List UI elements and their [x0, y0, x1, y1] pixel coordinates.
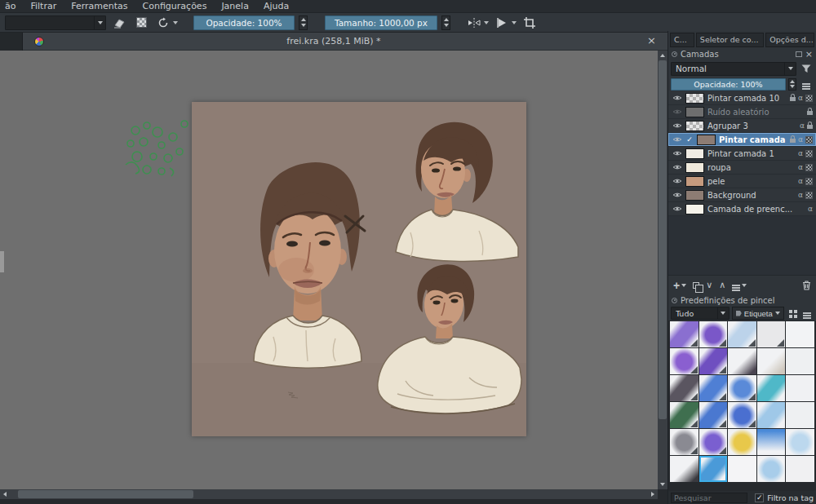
layer-visibility-icon[interactable] [672, 206, 682, 212]
alpha-icon[interactable]: α [798, 178, 803, 185]
delete-layer-button[interactable] [802, 277, 811, 294]
brush-preset[interactable] [699, 375, 728, 401]
move-layer-down-button[interactable]: ∨ [706, 277, 712, 294]
brush-preset[interactable] [670, 402, 698, 428]
docker-edge-handle[interactable] [0, 251, 4, 272]
alpha-icon[interactable]: α [798, 136, 803, 144]
opacity-slider[interactable]: Opacidade: 100% [193, 15, 295, 30]
grid-view-icon[interactable] [787, 307, 799, 321]
brush-preset[interactable] [670, 321, 698, 347]
vertical-scroll-thumb[interactable] [659, 60, 667, 419]
docker-tab-color-selector[interactable]: Seletor de co... [696, 33, 764, 47]
alpha-icon[interactable]: α [798, 150, 803, 157]
eraser-mode-button[interactable] [110, 15, 128, 31]
wrap-around-button[interactable] [493, 15, 511, 31]
lock-icon[interactable] [790, 139, 796, 143]
layer-row[interactable]: Pintar camada 1 α [668, 147, 816, 161]
add-layer-button[interactable]: + [673, 277, 686, 294]
brush-preset[interactable] [699, 402, 728, 428]
alpha-icon[interactable]: α [808, 206, 813, 213]
brush-preset[interactable] [670, 375, 698, 401]
docker-tab-c[interactable]: C... [670, 33, 694, 47]
opacity-spinner[interactable] [299, 15, 308, 30]
menu-ajuda[interactable]: Ajuda [264, 1, 289, 11]
brush-search-input[interactable] [671, 493, 747, 503]
layer-properties-button[interactable] [732, 277, 747, 294]
lock-icon[interactable] [790, 97, 796, 101]
document-tab[interactable]: frei.kra (258,1 MiB) * × [0, 33, 667, 51]
blend-mode-dropdown[interactable]: Normal [671, 62, 796, 76]
brush-filter-dropdown[interactable]: Tudo [671, 307, 730, 320]
layer-visibility-icon[interactable] [672, 150, 682, 157]
brush-preset[interactable] [699, 321, 728, 347]
size-spinner[interactable] [441, 15, 450, 30]
layer-row[interactable]: pele α [668, 175, 816, 188]
inherit-icon[interactable] [805, 95, 813, 102]
horizontal-scroll-thumb[interactable] [18, 490, 193, 498]
menu-filtrar[interactable]: Filtrar [30, 1, 56, 11]
brush-preset[interactable] [786, 348, 814, 374]
lock-icon[interactable] [807, 111, 813, 115]
brush-preset[interactable] [670, 429, 698, 455]
layer-visibility-icon[interactable] [672, 164, 682, 170]
mirror-horizontal-button[interactable] [465, 15, 483, 31]
docker-tab-options[interactable]: Opções d... [765, 33, 814, 47]
brush-preset[interactable] [757, 402, 786, 428]
docker-menu-icon[interactable] [672, 51, 677, 57]
alpha-icon[interactable]: α [798, 164, 803, 171]
brush-preset[interactable] [786, 375, 814, 401]
layer-row[interactable]: ✓ Pintar camada 4 α [668, 133, 816, 147]
brush-preset[interactable] [670, 456, 698, 482]
canvas-viewport[interactable] [0, 51, 658, 489]
brush-size-slider[interactable]: Tamanho: 1000,00 px [325, 15, 437, 30]
brush-preset[interactable] [699, 456, 728, 482]
inherit-icon[interactable] [805, 136, 813, 144]
layer-row[interactable]: Background α [668, 188, 816, 202]
inherit-icon[interactable] [805, 178, 813, 185]
brush-preset[interactable] [728, 456, 756, 482]
brush-preset[interactable] [728, 402, 756, 428]
collapsed-docker-tab[interactable] [0, 33, 23, 51]
preserve-alpha-button[interactable] [132, 15, 150, 31]
chevron-down-icon[interactable] [173, 21, 178, 24]
list-view-icon[interactable] [801, 307, 814, 321]
horizontal-scrollbar[interactable] [0, 489, 658, 499]
layer-filter-icon[interactable] [799, 62, 814, 76]
chevron-down-icon[interactable] [512, 21, 517, 24]
inherit-icon[interactable] [805, 192, 813, 199]
layer-visibility-icon[interactable] [672, 178, 682, 184]
layer-visibility-icon[interactable] [672, 122, 682, 129]
brush-preset[interactable] [786, 429, 814, 455]
brush-preset[interactable] [786, 321, 814, 347]
chevron-down-icon[interactable] [484, 21, 489, 24]
layer-visibility-icon[interactable] [672, 192, 682, 198]
move-layer-up-button[interactable]: ∧ [719, 277, 725, 294]
brush-preset[interactable] [699, 348, 728, 374]
layer-row[interactable]: roupa α [668, 161, 816, 175]
duplicate-layer-button[interactable] [693, 277, 699, 294]
brush-preset[interactable] [728, 429, 756, 455]
crop-tool-button[interactable] [521, 15, 539, 31]
docker-menu-icon[interactable] [672, 298, 677, 303]
inherit-icon[interactable] [805, 164, 813, 171]
brush-preset[interactable] [670, 348, 698, 374]
close-docker-icon[interactable]: × [805, 50, 813, 59]
layer-row[interactable]: Camada de preenc... α [668, 202, 816, 216]
tool-preset-dropdown[interactable] [5, 15, 106, 30]
scroll-up-icon[interactable] [660, 54, 665, 57]
brush-preset[interactable] [757, 456, 786, 482]
scroll-left-icon[interactable] [3, 492, 7, 497]
brush-preset[interactable] [757, 375, 786, 401]
lock-icon[interactable] [807, 125, 813, 129]
brush-preset[interactable] [728, 348, 756, 374]
brush-preset[interactable] [757, 429, 786, 455]
menu-janela[interactable]: Janela [221, 1, 249, 11]
tag-button[interactable]: Etiqueta [732, 307, 784, 320]
layer-visibility-icon[interactable] [672, 95, 682, 101]
close-document-icon[interactable]: × [647, 34, 656, 46]
layer-row[interactable]: Agrupar 3 α [668, 119, 816, 133]
scroll-down-icon[interactable] [660, 483, 665, 486]
painting-canvas[interactable] [192, 102, 526, 436]
layer-list-options-icon[interactable] [799, 77, 814, 91]
tag-filter-checkbox[interactable]: ✓ [755, 493, 764, 502]
